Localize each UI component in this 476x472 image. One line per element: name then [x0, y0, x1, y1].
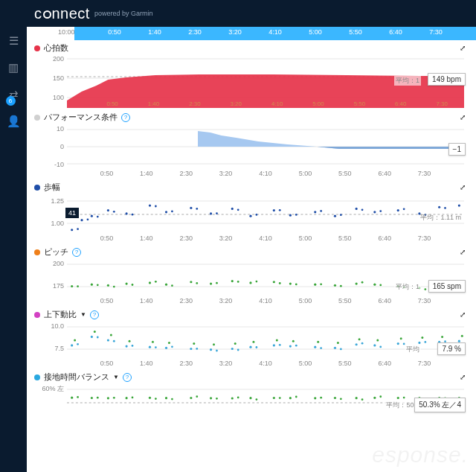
- sidebar: ☰ ▥ ⇄6 👤: [0, 0, 27, 472]
- plot-area[interactable]: 10 0 -10 −1: [67, 124, 464, 170]
- svg-point-151: [252, 341, 254, 343]
- help-icon[interactable]: ?: [90, 310, 99, 319]
- svg-point-186: [289, 397, 292, 399]
- inbox-icon[interactable]: ▥: [8, 61, 19, 74]
- svg-point-123: [273, 344, 275, 346]
- svg-point-115: [190, 348, 192, 350]
- svg-point-194: [373, 397, 376, 399]
- svg-point-106: [97, 337, 99, 339]
- svg-point-177: [196, 395, 198, 398]
- expand-icon[interactable]: ⤢: [460, 373, 469, 381]
- svg-point-46: [320, 210, 322, 212]
- svg-point-157: [376, 339, 379, 342]
- menu-icon[interactable]: ☰: [9, 34, 19, 48]
- svg-point-146: [152, 341, 154, 343]
- svg-point-156: [358, 338, 361, 340]
- svg-point-73: [171, 284, 173, 287]
- legend-dot: [34, 45, 40, 51]
- legend-dot: [34, 312, 40, 318]
- svg-point-126: [295, 345, 298, 347]
- svg-point-170: [126, 397, 128, 399]
- svg-point-34: [196, 208, 198, 210]
- svg-text:6:40: 6:40: [395, 101, 407, 107]
- svg-point-120: [237, 349, 239, 351]
- svg-point-65: [97, 284, 99, 286]
- svg-point-90: [356, 282, 358, 284]
- svg-point-119: [231, 348, 234, 350]
- svg-point-179: [216, 398, 218, 400]
- expand-icon[interactable]: ⤢: [460, 44, 469, 52]
- expand-icon[interactable]: ⤢: [460, 310, 469, 319]
- svg-point-81: [256, 281, 258, 283]
- hover-value: 41: [65, 208, 79, 218]
- svg-point-45: [314, 211, 316, 213]
- svg-point-108: [113, 340, 115, 342]
- svg-point-21: [80, 219, 83, 221]
- value-pill: −1: [448, 143, 466, 156]
- main: cnnect powered by Garmin 10:00 0:501:402…: [27, 0, 476, 472]
- svg-point-37: [231, 208, 234, 210]
- svg-point-36: [216, 212, 218, 214]
- svg-point-174: [165, 397, 167, 399]
- svg-point-158: [400, 337, 402, 339]
- svg-point-48: [340, 214, 342, 216]
- svg-point-63: [77, 285, 79, 287]
- help-icon[interactable]: ?: [121, 113, 130, 122]
- svg-point-137: [418, 342, 420, 344]
- chart-performance-condition: パフォーマンス条件 ? ⤢ 10 0 -10 −1 0:501:402:303:…: [30, 109, 469, 178]
- svg-point-23: [91, 215, 93, 217]
- expand-icon[interactable]: ⤢: [460, 248, 469, 256]
- svg-point-93: [379, 284, 382, 287]
- svg-point-69: [132, 284, 134, 286]
- svg-point-30: [155, 205, 157, 208]
- svg-point-70: [149, 281, 151, 284]
- svg-point-144: [110, 334, 112, 337]
- svg-point-109: [126, 345, 128, 347]
- svg-text:5:00: 5:00: [312, 101, 324, 107]
- value-pill: 149 bpm: [428, 73, 466, 86]
- brand-logo: cnnect: [34, 5, 90, 22]
- time-scrubber[interactable]: 0:501:402:303:204:105:005:506:407:30: [74, 27, 476, 40]
- plot-area[interactable]: 60% 左 平均：50.2 50.3% 左／4: [67, 383, 464, 413]
- svg-point-51: [373, 211, 376, 213]
- x-axis: 0:501:402:303:204:105:005:506:407:30: [67, 235, 464, 243]
- svg-point-110: [132, 345, 134, 347]
- caret-down-icon[interactable]: ▼: [80, 311, 86, 318]
- plot-area[interactable]: 10.0 7.5 平均 7.9 %: [67, 321, 464, 360]
- svg-text:2:30: 2:30: [189, 101, 201, 107]
- plot-area[interactable]: 200 150 100 平均：1 149 bpm 0:501:402:303:2…: [67, 54, 464, 108]
- sync-icon[interactable]: ⇄6: [9, 88, 19, 101]
- help-icon[interactable]: ?: [72, 248, 81, 257]
- plot-area[interactable]: 41 1.25 1.00 平均：1.11 m: [67, 194, 464, 235]
- svg-point-103: [71, 344, 73, 346]
- svg-point-20: [77, 228, 79, 230]
- svg-text:4:10: 4:10: [271, 101, 283, 107]
- charts-container: 心拍数 ⤢ 200 150 100 平均：1 149 bpm 0:501:402…: [27, 40, 476, 413]
- svg-point-85: [295, 283, 298, 285]
- svg-point-54: [403, 208, 405, 210]
- svg-point-43: [289, 214, 292, 217]
- help-icon[interactable]: ?: [123, 373, 132, 382]
- svg-point-148: [193, 342, 195, 345]
- profile-icon[interactable]: 👤: [7, 115, 21, 128]
- svg-point-191: [340, 398, 342, 400]
- chart-stride-length: 歩幅 ⤢ 41 1.25 1.00 平均：1.11 m 0:501:402:30…: [30, 179, 469, 243]
- caret-down-icon[interactable]: ▼: [113, 374, 119, 380]
- svg-point-145: [129, 340, 131, 342]
- svg-point-164: [71, 397, 73, 399]
- svg-point-84: [289, 282, 292, 284]
- expand-icon[interactable]: ⤢: [460, 113, 469, 121]
- svg-point-181: [237, 397, 239, 399]
- svg-point-76: [210, 282, 212, 284]
- svg-point-82: [273, 281, 275, 283]
- svg-point-129: [334, 347, 336, 349]
- svg-point-150: [234, 342, 237, 345]
- svg-point-72: [165, 284, 167, 286]
- expand-icon[interactable]: ⤢: [460, 183, 469, 191]
- svg-point-122: [256, 346, 258, 348]
- svg-point-161: [461, 335, 463, 337]
- svg-point-59: [458, 204, 460, 206]
- svg-point-183: [256, 398, 258, 401]
- plot-area[interactable]: 200 175 平均：1 165 spm: [67, 258, 464, 297]
- chart-title: 心拍数: [44, 42, 68, 54]
